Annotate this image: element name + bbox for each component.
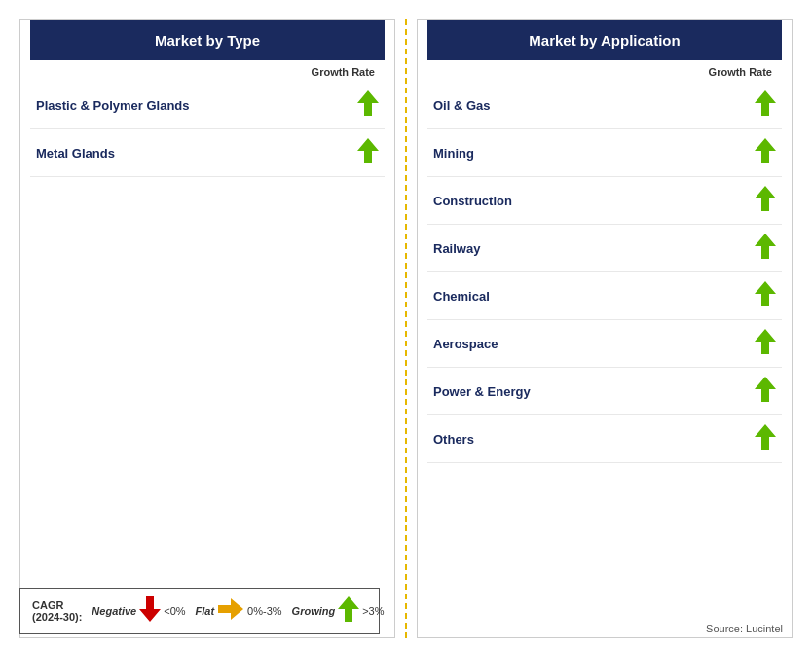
right-list-item: Chemical xyxy=(427,272,782,320)
right-list-item: Construction xyxy=(427,177,782,225)
svg-marker-3 xyxy=(755,138,776,163)
right-list-item: Power & Energy xyxy=(427,368,782,415)
svg-marker-2 xyxy=(755,90,776,116)
left-growth-rate-label: Growth Rate xyxy=(30,66,385,78)
right-panel-header: Market by Application xyxy=(427,20,782,60)
right-list-item: Others xyxy=(427,415,782,463)
dashed-divider xyxy=(405,19,407,638)
right-growth-rate-label: Growth Rate xyxy=(427,66,782,78)
left-item-label-0: Plastic & Polymer Glands xyxy=(36,98,190,113)
legend-green-arrow-icon xyxy=(338,595,359,627)
right-item-arrow-4 xyxy=(755,280,776,311)
right-item-label-6: Power & Energy xyxy=(433,384,531,399)
legend-flat: Flat 0%-3% xyxy=(196,598,282,624)
svg-marker-7 xyxy=(755,329,776,354)
svg-marker-0 xyxy=(357,90,379,116)
main-container: Market by Type Growth Rate Plastic & Pol… xyxy=(0,0,812,648)
left-item-label-1: Metal Glands xyxy=(36,146,115,161)
left-item-arrow-0 xyxy=(357,90,379,121)
right-item-label-4: Chemical xyxy=(433,289,490,304)
legend-negative: Negative <0% xyxy=(92,595,185,627)
svg-marker-9 xyxy=(755,424,776,450)
svg-marker-1 xyxy=(357,138,379,163)
svg-marker-4 xyxy=(755,186,776,211)
right-list-item: Oil & Gas xyxy=(427,82,782,129)
left-item-arrow-1 xyxy=(357,137,379,168)
legend-box: CAGR (2024-30): Negative <0% Flat 0%-3% … xyxy=(19,588,380,634)
right-item-arrow-0 xyxy=(755,90,776,121)
legend-orange-arrow-icon xyxy=(217,598,244,624)
right-item-arrow-6 xyxy=(755,376,776,407)
right-item-arrow-2 xyxy=(755,185,776,216)
right-item-label-0: Oil & Gas xyxy=(433,98,491,113)
right-item-label-5: Aerospace xyxy=(433,337,498,351)
left-panel: Market by Type Growth Rate Plastic & Pol… xyxy=(19,19,395,638)
right-list-item: Railway xyxy=(427,225,782,272)
left-list-item: Plastic & Polymer Glands xyxy=(30,82,385,129)
right-item-label-2: Construction xyxy=(433,194,512,208)
right-item-label-7: Others xyxy=(433,432,474,447)
svg-marker-12 xyxy=(338,596,359,622)
right-item-arrow-7 xyxy=(755,423,776,454)
right-item-arrow-3 xyxy=(755,233,776,264)
right-item-arrow-1 xyxy=(755,137,776,168)
right-list-item: Aerospace xyxy=(427,320,782,368)
right-item-label-3: Railway xyxy=(433,241,480,256)
legend-growing: Growing >3% xyxy=(292,595,385,627)
left-list-item: Metal Glands xyxy=(30,129,385,177)
right-items-container: Oil & Gas Mining Construction Railway Ch… xyxy=(427,82,782,463)
right-item-arrow-5 xyxy=(755,328,776,359)
svg-marker-10 xyxy=(139,596,161,622)
svg-marker-8 xyxy=(755,377,776,402)
right-list-item: Mining xyxy=(427,129,782,177)
right-panel: Market by Application Growth Rate Oil & … xyxy=(417,19,793,638)
svg-marker-11 xyxy=(218,598,243,620)
svg-marker-6 xyxy=(755,281,776,306)
right-item-label-1: Mining xyxy=(433,146,474,161)
legend-red-arrow-icon xyxy=(139,595,161,627)
svg-marker-5 xyxy=(755,234,776,259)
legend-cagr-label: CAGR xyxy=(32,599,63,611)
left-panel-header: Market by Type xyxy=(30,20,385,60)
legend-cagr-years: (2024-30): xyxy=(32,611,82,623)
source-label: Source: Lucintel xyxy=(706,623,783,634)
left-items-container: Plastic & Polymer Glands Metal Glands xyxy=(30,82,385,177)
